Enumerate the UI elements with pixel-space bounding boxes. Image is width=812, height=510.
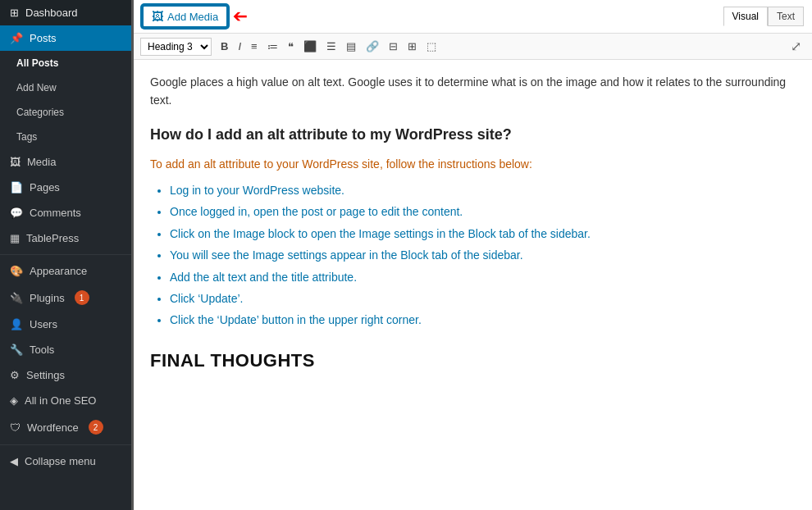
sidebar-collapse[interactable]: ◀ Collapse menu bbox=[0, 449, 131, 474]
sidebar-item-pages[interactable]: 📄 Pages bbox=[0, 175, 131, 200]
sidebar-item-wordfence[interactable]: 🛡 Wordfence 2 bbox=[0, 413, 131, 441]
expand-button[interactable]: ⤢ bbox=[787, 37, 805, 56]
users-icon: 👤 bbox=[10, 318, 23, 330]
allinone-icon: ◈ bbox=[10, 394, 18, 407]
plugins-icon: 🔌 bbox=[10, 292, 23, 304]
tools-icon: 🔧 bbox=[10, 344, 23, 356]
add-media-icon: 🖼 bbox=[152, 10, 163, 23]
editor-toolbar: Heading 3 Heading 1 Heading 2 Heading 4 … bbox=[134, 34, 812, 60]
heading-select[interactable]: Heading 3 Heading 1 Heading 2 Heading 4 … bbox=[140, 38, 212, 56]
sidebar-item-posts[interactable]: 📌 Posts bbox=[0, 25, 131, 51]
sidebar-item-categories[interactable]: Categories bbox=[0, 100, 131, 125]
appearance-icon: 🎨 bbox=[10, 265, 23, 277]
posts-icon: 📌 bbox=[10, 32, 23, 44]
sidebar-item-users[interactable]: 👤 Users bbox=[0, 312, 131, 337]
plugins-badge: 1 bbox=[75, 290, 89, 305]
add-media-area: 🖼 Add Media ➔ bbox=[142, 5, 248, 28]
bold-button[interactable]: B bbox=[217, 39, 232, 54]
list-item: Click ‘Update’. bbox=[170, 289, 796, 307]
sidebar: ⊞ Dashboard 📌 Posts All Posts Add New Ca… bbox=[0, 0, 131, 510]
sidebar-item-all-posts[interactable]: All Posts bbox=[0, 51, 131, 75]
sidebar-item-media[interactable]: 🖼 Media bbox=[0, 149, 131, 175]
final-heading: FINAL THOUGHTS bbox=[150, 346, 796, 375]
sidebar-item-tablepress[interactable]: ▦ TablePress bbox=[0, 225, 131, 251]
editor-content[interactable]: Google places a high value on alt text. … bbox=[134, 60, 812, 510]
sidebar-item-appearance[interactable]: 🎨 Appearance bbox=[0, 258, 131, 284]
settings-icon: ⚙ bbox=[10, 369, 20, 381]
sidebar-item-comments[interactable]: 💬 Comments bbox=[0, 200, 131, 225]
table-button[interactable]: ⊞ bbox=[404, 39, 421, 54]
sidebar-item-dashboard[interactable]: ⊞ Dashboard bbox=[0, 0, 131, 25]
media-icon: 🖼 bbox=[10, 156, 21, 168]
unordered-list-button[interactable]: ≡ bbox=[247, 39, 262, 54]
wordfence-badge: 2 bbox=[89, 420, 103, 435]
link-button[interactable]: 🔗 bbox=[362, 39, 383, 54]
ordered-list-button[interactable]: ≔ bbox=[263, 39, 282, 54]
sidebar-item-settings[interactable]: ⚙ Settings bbox=[0, 362, 131, 388]
tab-visual[interactable]: Visual bbox=[723, 7, 768, 26]
list-item: Log in to your WordPress website. bbox=[170, 181, 796, 199]
main-editor: 🖼 Add Media ➔ Visual Text Heading 3 Head… bbox=[131, 0, 812, 510]
readmore-button[interactable]: ⊟ bbox=[385, 39, 402, 54]
add-media-button[interactable]: 🖼 Add Media bbox=[142, 5, 228, 28]
sidebar-item-tags[interactable]: Tags bbox=[0, 125, 131, 149]
align-center-button[interactable]: ☰ bbox=[322, 39, 340, 54]
list-item: Click the ‘Update’ button in the upper r… bbox=[170, 311, 796, 329]
blockquote-button[interactable]: ❝ bbox=[284, 39, 298, 54]
list-item: You will see the Image settings appear i… bbox=[170, 246, 796, 264]
collapse-icon: ◀ bbox=[10, 455, 18, 467]
red-arrow-annotation: ➔ bbox=[233, 6, 248, 27]
steps-list: Log in to your WordPress website.Once lo… bbox=[170, 181, 796, 330]
view-tabs: Visual Text bbox=[723, 7, 804, 26]
italic-button[interactable]: I bbox=[234, 39, 245, 54]
tab-text[interactable]: Text bbox=[768, 7, 804, 26]
special-button[interactable]: ⬚ bbox=[422, 39, 440, 54]
comments-icon: 💬 bbox=[10, 207, 23, 219]
list-item: Once logged in, open the post or page to… bbox=[170, 203, 796, 221]
list-item: Add the alt text and the title attribute… bbox=[170, 268, 796, 286]
sidebar-item-tools[interactable]: 🔧 Tools bbox=[0, 337, 131, 362]
align-left-button[interactable]: ⬛ bbox=[299, 39, 321, 54]
tablepress-icon: ▦ bbox=[10, 232, 20, 244]
sidebar-item-allinone[interactable]: ◈ All in One SEO bbox=[0, 388, 131, 413]
intro-paragraph: Google places a high value on alt text. … bbox=[150, 73, 796, 110]
align-right-button[interactable]: ▤ bbox=[342, 39, 360, 54]
editor-top-bar: 🖼 Add Media ➔ Visual Text bbox=[134, 0, 812, 34]
pages-icon: 📄 bbox=[10, 181, 23, 194]
list-item: Click on the Image block to open the Ima… bbox=[170, 225, 796, 243]
section-heading: How do I add an alt attribute to my Word… bbox=[150, 123, 796, 147]
sidebar-item-plugins[interactable]: 🔌 Plugins 1 bbox=[0, 284, 131, 312]
intro-orange: To add an alt attribute to your WordPres… bbox=[150, 155, 796, 173]
sidebar-item-add-new[interactable]: Add New bbox=[0, 75, 131, 100]
wordfence-icon: 🛡 bbox=[10, 421, 21, 434]
dashboard-icon: ⊞ bbox=[10, 7, 19, 19]
